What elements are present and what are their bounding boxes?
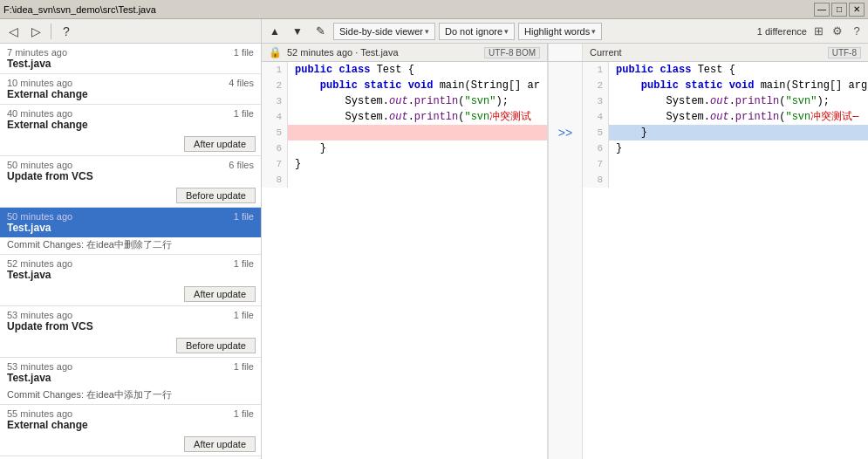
history-group-5: 50 minutes ago 1 file Test.java Commit C… xyxy=(0,208,261,255)
table-icon-button[interactable]: ⊞ xyxy=(810,24,826,39)
gutter-line xyxy=(549,78,582,93)
before-update-button[interactable]: Before update xyxy=(176,338,256,353)
entry-time: 55 minutes ago xyxy=(7,408,72,419)
entry-message: Commit Changes: 在idea中添加了一行 xyxy=(0,387,261,404)
help-button[interactable]: ? xyxy=(57,22,76,41)
minimize-button[interactable]: — xyxy=(814,3,830,17)
entry-filename: External change xyxy=(7,419,254,431)
line-content: System.out.println("svn"); xyxy=(288,93,547,109)
line-number: 3 xyxy=(262,93,288,109)
viewer-chevron-icon: ▾ xyxy=(425,27,429,36)
nav-down-button[interactable]: ▼ xyxy=(288,22,307,41)
entry-filename: External change xyxy=(7,119,254,131)
action-btn-row: Before update xyxy=(0,336,261,357)
line-content: public static void main(String[] ar xyxy=(288,78,547,93)
diff-line: 4 System.out.println("svn冲突测试 xyxy=(262,109,547,125)
action-btn-row: After update xyxy=(0,435,261,456)
window-title: F:\idea_svn\svn_demo\src\Test.java xyxy=(3,4,156,15)
history-entry-6[interactable]: 52 minutes ago 1 file Test.java xyxy=(0,255,261,284)
history-entry-2[interactable]: 10 minutes ago 4 files External change xyxy=(0,74,261,104)
diff-pane-left[interactable]: 1 public class Test { 2 public static vo… xyxy=(262,62,548,459)
line-content xyxy=(288,172,547,188)
history-group-3: 40 minutes ago 1 file External change Af… xyxy=(0,105,261,156)
line-number: 6 xyxy=(262,140,288,156)
history-entry-8[interactable]: 53 minutes ago 1 file Test.java xyxy=(0,358,261,387)
history-group-1: 7 minutes ago 1 file Test.java xyxy=(0,44,261,74)
diff-line: 6 } xyxy=(262,140,547,156)
history-entry-9[interactable]: 55 minutes ago 1 file External change xyxy=(0,405,261,435)
highlight-chevron-icon: ▾ xyxy=(591,27,596,36)
viewer-label: Side-by-side viewer xyxy=(339,26,423,37)
line-content: System.out.println("svn"); xyxy=(609,93,868,109)
diff-line: 1 public class Test { xyxy=(262,62,547,78)
maximize-button[interactable]: □ xyxy=(831,3,847,17)
merge-arrow-icon[interactable]: >> xyxy=(558,126,572,140)
entry-file-count: 1 file xyxy=(234,258,254,269)
after-update-button[interactable]: After update xyxy=(184,286,256,302)
line-number: 3 xyxy=(583,93,609,109)
entry-filename: External change xyxy=(7,88,254,100)
line-number: 2 xyxy=(262,78,288,93)
action-btn-row: Before update xyxy=(0,186,261,207)
line-content: } xyxy=(609,140,868,156)
line-number: 7 xyxy=(583,156,609,172)
entry-filename: Update from VCS xyxy=(7,320,254,332)
highlight-dropdown[interactable]: Highlight words ▾ xyxy=(518,23,602,40)
line-number: 5 xyxy=(262,125,288,140)
gutter-line xyxy=(549,156,582,172)
toolbar-sep xyxy=(51,24,51,39)
line-number: 8 xyxy=(583,172,609,188)
entry-file-count: 1 file xyxy=(234,108,254,119)
gutter-arrow-line[interactable]: >> xyxy=(549,125,582,140)
history-entry-3[interactable]: 40 minutes ago 1 file External change xyxy=(0,105,261,134)
entry-file-count: 1 file xyxy=(234,310,254,320)
after-update-button[interactable]: After update xyxy=(184,436,256,452)
entry-message: Commit Changes: 在idea中删除了二行 xyxy=(0,237,261,254)
left-toolbar: ◁ ▷ ? xyxy=(0,19,261,44)
diff-line: 4 System.out.println("svn冲突测试— xyxy=(583,109,868,125)
history-entry-7[interactable]: 53 minutes ago 1 file Update from VCS xyxy=(0,306,261,336)
line-content xyxy=(609,172,868,188)
entry-filename: Test.java xyxy=(7,269,254,281)
after-update-button[interactable]: After update xyxy=(184,136,256,152)
diff-area: 🔒 52 minutes ago · Test.java UTF-8 BOM C… xyxy=(262,44,868,459)
lock-icon: 🔒 xyxy=(269,46,282,58)
nav-up-button[interactable]: ▲ xyxy=(265,22,284,41)
edit-icon-button[interactable]: ✎ xyxy=(311,22,330,41)
line-content xyxy=(288,125,547,140)
diff-headers: 🔒 52 minutes ago · Test.java UTF-8 BOM C… xyxy=(262,44,868,62)
diff-count: 1 difference xyxy=(757,26,807,37)
gutter-line xyxy=(549,93,582,109)
diff-line-highlight: 5 } xyxy=(583,125,868,140)
back-button[interactable]: ◁ xyxy=(3,22,23,41)
line-content: } xyxy=(288,156,547,172)
before-update-button[interactable]: Before update xyxy=(176,188,256,203)
history-list[interactable]: 7 minutes ago 1 file Test.java 10 minute… xyxy=(0,44,261,459)
history-entry-4[interactable]: 50 minutes ago 6 files Update from VCS xyxy=(0,156,261,186)
entry-time: 50 minutes ago xyxy=(7,211,72,222)
gutter-line xyxy=(549,140,582,156)
history-group-7: 53 minutes ago 1 file Update from VCS Be… xyxy=(0,306,261,358)
viewer-dropdown[interactable]: Side-by-side viewer ▾ xyxy=(333,23,435,40)
forward-button[interactable]: ▷ xyxy=(26,22,45,41)
diff-line: 8 xyxy=(262,172,547,188)
entry-time: 40 minutes ago xyxy=(7,108,72,119)
history-group-4: 50 minutes ago 6 files Update from VCS B… xyxy=(0,156,261,208)
diff-pane-right[interactable]: 1 public class Test { 2 public static vo… xyxy=(583,62,868,459)
entry-time: 10 minutes ago xyxy=(7,78,72,88)
diff-line: 3 System.out.println("svn"); xyxy=(583,93,868,109)
line-number: 5 xyxy=(583,125,609,140)
help-icon-button[interactable]: ? xyxy=(849,24,865,39)
ignore-dropdown[interactable]: Do not ignore ▾ xyxy=(439,23,515,40)
entry-time: 52 minutes ago xyxy=(7,258,72,269)
history-entry-5[interactable]: 50 minutes ago 1 file Test.java xyxy=(0,208,261,237)
history-group-8: 53 minutes ago 1 file Test.java Commit C… xyxy=(0,358,261,405)
history-entry-1[interactable]: 7 minutes ago 1 file Test.java xyxy=(0,44,261,73)
ignore-label: Do not ignore xyxy=(445,26,502,37)
entry-file-count: 1 file xyxy=(234,211,254,222)
entry-file-count: 1 file xyxy=(234,361,254,372)
entry-file-count: 6 files xyxy=(229,160,254,170)
line-content: public class Test { xyxy=(288,62,547,78)
close-button[interactable]: ✕ xyxy=(849,3,865,17)
settings-icon-button[interactable]: ⚙ xyxy=(830,24,845,39)
